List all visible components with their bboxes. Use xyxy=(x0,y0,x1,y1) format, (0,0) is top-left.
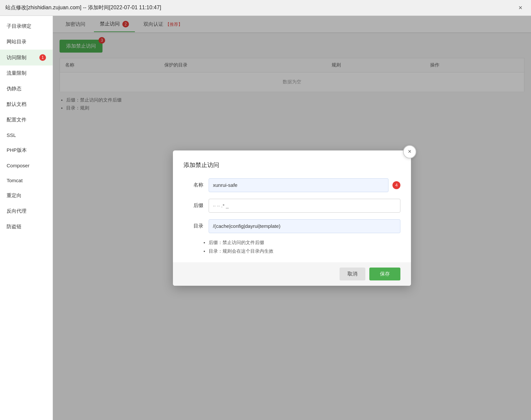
form-row-suffix: 后缀 xyxy=(184,199,400,213)
sidebar: 子目录绑定 网站目录 访问限制 1 流量限制 伪静态 默认文档 配置文件 SSL… xyxy=(0,16,53,420)
sidebar-item-label: 重定向 xyxy=(7,192,21,199)
sidebar-item-redirect[interactable]: 重定向 xyxy=(0,188,53,203)
sidebar-item-label: 防盗链 xyxy=(7,224,21,230)
sidebar-item-label: Composer xyxy=(7,163,29,168)
sidebar-item-label: 流量限制 xyxy=(7,70,26,76)
sidebar-item-tomcat[interactable]: Tomcat xyxy=(0,173,53,188)
sidebar-item-subdomain[interactable]: 子目录绑定 xyxy=(0,19,53,34)
main-layout: 子目录绑定 网站目录 访问限制 1 流量限制 伪静态 默认文档 配置文件 SSL… xyxy=(0,16,531,420)
title-bar-text: 站点修改[zhishidian.zujuan.com] -- 添加时间[2022… xyxy=(5,4,161,11)
sidebar-item-label: 网站目录 xyxy=(7,39,26,45)
title-bar: 站点修改[zhishidian.zujuan.com] -- 添加时间[2022… xyxy=(0,0,531,16)
form-label-directory: 目录 xyxy=(184,223,203,229)
sidebar-item-label: 配置文件 xyxy=(7,117,26,123)
sidebar-item-config-file[interactable]: 配置文件 xyxy=(0,112,53,128)
sidebar-item-ssl[interactable]: SSL xyxy=(0,128,53,143)
sidebar-item-label: 默认文档 xyxy=(7,101,26,107)
directory-input[interactable] xyxy=(209,219,400,233)
sidebar-item-label: SSL xyxy=(7,132,16,138)
close-window-button[interactable]: × xyxy=(515,3,526,13)
sidebar-item-default-doc[interactable]: 默认文档 xyxy=(0,97,53,112)
sidebar-item-label: Tomcat xyxy=(7,178,22,183)
sidebar-item-hotlink[interactable]: 防盗链 xyxy=(0,219,53,234)
save-button[interactable]: 保存 xyxy=(369,268,400,280)
sidebar-item-label: 反向代理 xyxy=(7,208,26,214)
access-limit-badge: 1 xyxy=(39,54,46,61)
modal-title: 添加禁止访问 xyxy=(184,161,400,169)
form-row-directory: 目录 xyxy=(184,219,400,233)
sidebar-item-label: PHP版本 xyxy=(7,147,27,153)
modal-overlay: × 添加禁止访问 名称 4 后缀 目录 xyxy=(53,16,531,420)
modal-note-suffix: 后缀：禁止访问的文件后缀 xyxy=(209,240,400,246)
form-label-name: 名称 xyxy=(184,182,203,188)
sidebar-item-php-version[interactable]: PHP版本 xyxy=(0,143,53,158)
modal-footer: 取消 保存 xyxy=(173,262,411,286)
sidebar-item-reverse-proxy[interactable]: 反向代理 xyxy=(0,203,53,219)
form-label-suffix: 后缀 xyxy=(184,202,203,209)
sidebar-item-pseudostatic[interactable]: 伪静态 xyxy=(0,81,53,97)
suffix-input[interactable] xyxy=(209,199,400,213)
sidebar-item-flow-limit[interactable]: 流量限制 xyxy=(0,65,53,81)
add-block-modal: × 添加禁止访问 名称 4 后缀 目录 xyxy=(173,150,411,286)
modal-note-dir: 目录：规则会在这个目录内生效 xyxy=(209,248,400,254)
name-field-badge: 4 xyxy=(392,181,400,189)
content-area: 加密访问 禁止访问 2 双向认证 【推荐】 添加禁止访问 3 名称 xyxy=(53,16,531,420)
modal-close-button[interactable]: × xyxy=(403,145,416,158)
sidebar-item-label: 访问限制 xyxy=(7,55,26,61)
sidebar-item-composer[interactable]: Composer xyxy=(0,158,53,173)
sidebar-item-webroot[interactable]: 网站目录 xyxy=(0,34,53,50)
form-row-name: 名称 4 xyxy=(184,178,400,192)
sidebar-item-label: 伪静态 xyxy=(7,86,21,92)
sidebar-item-access-limit[interactable]: 访问限制 1 xyxy=(0,50,53,65)
sidebar-item-label: 子目录绑定 xyxy=(7,23,31,29)
name-input[interactable] xyxy=(209,178,388,192)
cancel-button[interactable]: 取消 xyxy=(340,268,365,280)
modal-notes: 后缀：禁止访问的文件后缀 目录：规则会在这个目录内生效 xyxy=(209,240,400,254)
